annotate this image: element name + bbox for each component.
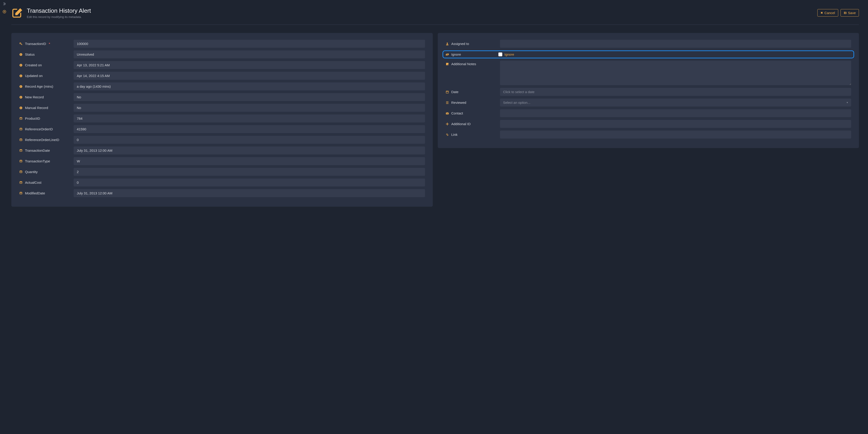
field-label: Reviewed [452,101,466,104]
svg-rect-13 [21,86,21,86]
ignore-row-highlighted: Ignore Ignore [442,51,855,58]
svg-point-21 [20,128,22,128]
status-field[interactable] [73,51,425,58]
reference-order-line-id-field[interactable] [73,136,425,144]
actual-cost-field[interactable] [73,179,425,186]
reviewed-select[interactable]: Select an option... ▾ [500,99,851,106]
contact-field[interactable] [500,109,851,117]
manual-record-field[interactable] [73,104,425,112]
additional-id-field[interactable] [500,120,851,128]
save-button[interactable]: Save [840,9,859,17]
field-label: Additional Notes [452,62,476,66]
transaction-id-field[interactable] [73,40,425,48]
transaction-type-field[interactable] [73,157,425,165]
required-indicator: * [49,42,50,45]
field-label: Status [25,53,35,56]
reference-order-id-field[interactable] [73,125,425,133]
expand-sidebar-icon[interactable] [3,2,6,5]
svg-point-24 [20,160,22,161]
field-label: ReferenceOrderID [25,127,53,131]
field-label: Quantity [25,170,38,174]
field-label: Assigned to [452,42,469,45]
page-subtitle: Edit this record by modifying its metada… [27,15,91,19]
svg-rect-15 [21,97,21,98]
database-icon [19,149,23,152]
svg-point-23 [20,149,22,150]
info-icon [19,74,23,78]
svg-rect-4 [21,54,21,54]
product-id-field[interactable] [73,115,425,122]
svg-point-20 [20,117,22,118]
record-actions-panel: Assigned to Ignore Ignore Additional Not… [438,33,859,148]
key-icon [19,42,23,45]
svg-rect-19 [21,107,21,107]
page-header: Transaction History Alert Edit this reco… [11,7,859,25]
created-on-field[interactable] [73,61,425,69]
ignore-checkbox-label[interactable]: Ignore [504,53,514,56]
info-icon [19,53,23,56]
svg-point-26 [20,181,22,182]
modified-date-field[interactable] [73,189,425,197]
assigned-to-field[interactable] [500,40,851,48]
field-label: Record Age (mins) [25,85,53,88]
database-icon [19,128,23,131]
field-label: Contact [452,111,463,115]
ignore-checkbox[interactable] [498,53,502,56]
date-field[interactable] [500,88,851,96]
database-icon [19,160,23,163]
field-label: Date [452,90,459,94]
field-label: ReferenceOrderLineID [25,138,59,142]
plus-icon [445,122,449,126]
field-label: Created on [25,63,42,67]
field-label: TransactionDate [25,149,50,152]
updated-on-field[interactable] [73,72,425,80]
svg-point-28 [446,42,448,43]
database-icon [19,117,23,120]
record-details-panel: TransactionID* Status Created on Updated… [11,33,433,207]
sidebar-rail [0,0,9,434]
edit-page-icon [11,7,23,19]
field-label: ProductID [25,117,40,120]
svg-rect-31 [446,91,448,93]
info-icon [19,96,23,99]
field-label: TransactionID [25,42,46,45]
database-icon [19,170,23,174]
info-icon [19,106,23,110]
database-icon [19,181,23,184]
svg-rect-12 [21,86,21,87]
additional-notes-field[interactable] [500,61,851,85]
user-icon [445,42,449,45]
quantity-field[interactable] [73,168,425,176]
database-icon [19,192,23,195]
chevron-down-icon: ▾ [847,101,848,104]
svg-rect-10 [21,75,21,75]
calendar-icon [445,90,449,94]
field-label: Additional ID [452,122,471,126]
field-label: Updated on [25,74,43,78]
save-icon [844,11,847,14]
list-icon [445,101,449,104]
link-field[interactable] [500,131,851,138]
envelope-icon [445,112,449,115]
info-icon [19,85,23,88]
transaction-date-field[interactable] [73,147,425,154]
field-label: ActualCost [25,181,41,184]
new-record-field[interactable] [73,93,425,101]
svg-rect-16 [21,96,21,97]
link-icon [445,133,449,136]
svg-rect-3 [21,54,21,55]
svg-point-27 [20,192,22,193]
svg-point-22 [20,138,22,139]
svg-rect-9 [21,75,21,76]
close-icon: ✖ [820,11,823,14]
field-label: ModifiedDate [25,191,45,195]
field-label: New Record [25,95,44,99]
svg-rect-6 [21,65,21,66]
record-age-field[interactable] [73,83,425,90]
field-label: TransactionType [25,159,50,163]
add-record-icon[interactable] [3,10,6,13]
select-placeholder: Select an option... [503,101,530,104]
note-icon [445,62,449,66]
cancel-button[interactable]: ✖ Cancel [817,9,838,17]
svg-rect-18 [21,107,21,108]
